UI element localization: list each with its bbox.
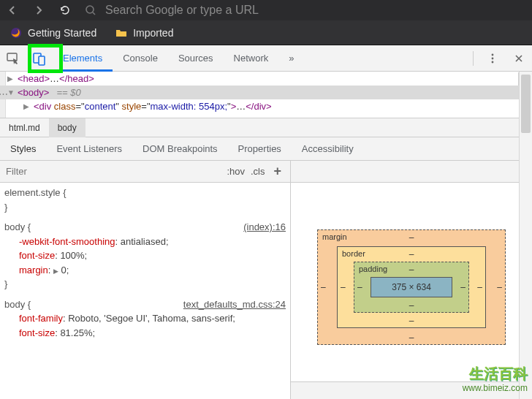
css-rules-list[interactable]: element.style { } body { (index):16 -web… <box>0 183 290 399</box>
omnibox[interactable]: Search Google or type a URL <box>85 4 526 17</box>
tabs-overflow[interactable]: » <box>278 45 304 72</box>
firefox-icon <box>10 27 22 39</box>
subtab-accessibility[interactable]: Accessibility <box>292 137 364 161</box>
expand-icon[interactable]: ▶ <box>23 102 29 110</box>
styles-filter-input[interactable] <box>0 162 227 182</box>
dom-row-body[interactable]: ⋯ ▼ <body>== $0 <box>0 86 532 99</box>
reload-button[interactable] <box>58 4 72 17</box>
tab-label: Network <box>234 53 269 64</box>
expand-icon[interactable]: ▶ <box>7 75 13 83</box>
dom-tree[interactable]: ▲ ▶ <head>…</head> ⋯ ▼ <body>== $0 ▶ <di… <box>0 72 532 118</box>
search-icon <box>85 4 96 16</box>
crumb-body[interactable]: body <box>49 118 86 137</box>
close-devtools-icon[interactable] <box>506 45 532 72</box>
expand-shorthand-icon[interactable]: ▶ <box>53 267 58 277</box>
box-model-pane: margin – – – – border – – – – padding – … <box>291 161 532 399</box>
box-border[interactable]: border – – – – padding – – – – 375 × 634 <box>337 246 486 328</box>
svg-point-5 <box>492 53 494 56</box>
omnibox-placeholder: Search Google or type a URL <box>105 4 259 17</box>
rule-source-link[interactable]: text_defaults_md.css:24 <box>183 297 286 312</box>
browser-nav-bar: Search Google or type a URL <box>0 0 532 20</box>
separator <box>473 51 474 66</box>
dom-row-div[interactable]: ▶ <div class="content" style="max-width:… <box>0 99 532 113</box>
watermark: 生活百科 www.bimeiz.com <box>463 364 528 395</box>
subtab-properties[interactable]: Properties <box>228 137 292 161</box>
bookmark-label: Getting Started <box>28 27 96 39</box>
more-label: » <box>289 53 294 64</box>
tab-label: Elements <box>63 53 102 64</box>
inspect-icon[interactable] <box>0 45 26 72</box>
tab-elements[interactable]: Elements <box>53 45 113 72</box>
crumb-html[interactable]: html.md <box>0 118 49 137</box>
bookmarks-bar: Getting Started Imported <box>0 20 532 45</box>
bookmark-imported[interactable]: Imported <box>115 27 173 39</box>
box-content[interactable]: 375 × 634 <box>370 277 452 297</box>
box-margin[interactable]: margin – – – – border – – – – padding – … <box>317 229 506 345</box>
subtab-styles[interactable]: Styles <box>0 137 46 161</box>
devtools-tabbar: Elements Console Sources Network » <box>0 45 532 72</box>
rule-body-defaults[interactable]: body { text_defaults_md.css:24 font-fami… <box>4 297 286 341</box>
folder-icon <box>115 27 127 39</box>
forward-button[interactable] <box>32 4 45 17</box>
tab-console[interactable]: Console <box>113 45 168 72</box>
tab-label: Console <box>123 53 158 64</box>
new-rule-button[interactable]: + <box>270 164 284 179</box>
vertical-scrollbar[interactable] <box>519 72 532 399</box>
rule-source-link[interactable]: (index):16 <box>243 220 286 235</box>
hov-toggle[interactable]: :hov <box>227 166 245 177</box>
eq0-label: == $0 <box>56 87 80 98</box>
svg-point-7 <box>492 61 494 63</box>
subtab-dom-breakpoints[interactable]: DOM Breakpoints <box>132 137 228 161</box>
back-button[interactable] <box>6 4 19 17</box>
styles-subtabs: Styles Event Listeners DOM Breakpoints P… <box>0 137 532 161</box>
dom-row-head[interactable]: ▶ <head>…</head> <box>0 72 532 86</box>
tab-label: Sources <box>178 53 213 64</box>
breadcrumb: html.md body <box>0 118 532 137</box>
svg-point-6 <box>492 57 494 59</box>
scrollbar-thumb[interactable] <box>521 75 531 133</box>
lower-panes: :hov .cls + element.style { } body { (in… <box>0 161 532 399</box>
subtab-event-listeners[interactable]: Event Listeners <box>46 137 132 161</box>
collapse-icon[interactable]: ▼ <box>7 88 15 96</box>
box-toolbar <box>291 161 532 183</box>
kebab-menu-icon[interactable] <box>479 45 506 72</box>
styles-pane: :hov .cls + element.style { } body { (in… <box>0 161 291 399</box>
svg-rect-4 <box>39 56 45 65</box>
styles-filter-row: :hov .cls + <box>0 161 290 183</box>
rule-element-style[interactable]: element.style { } <box>4 186 286 214</box>
box-padding[interactable]: padding – – – – 375 × 634 <box>354 262 469 313</box>
tab-sources[interactable]: Sources <box>168 45 224 72</box>
svg-rect-2 <box>7 53 17 61</box>
cls-toggle[interactable]: .cls <box>251 166 265 177</box>
device-toolbar-icon[interactable] <box>26 45 53 72</box>
bookmark-getting-started[interactable]: Getting Started <box>10 27 96 39</box>
tab-network[interactable]: Network <box>224 45 279 72</box>
rule-body-index[interactable]: body { (index):16 -webkit-font-smoothing… <box>4 220 286 292</box>
bookmark-label: Imported <box>133 27 173 39</box>
svg-point-0 <box>86 6 94 13</box>
box-model-diagram[interactable]: margin – – – – border – – – – padding – … <box>291 183 532 381</box>
